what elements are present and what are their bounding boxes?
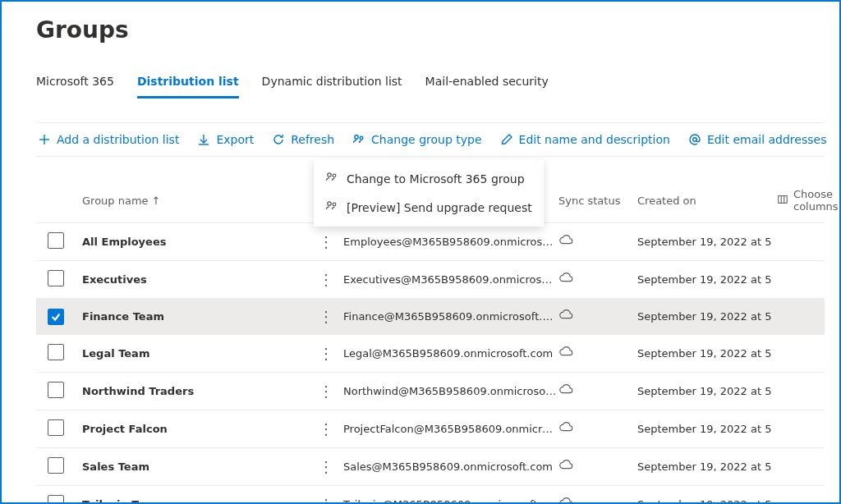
group-email-cell: Northwind@M365B958609.onmicrosoft.com: [343, 385, 558, 397]
group-name-cell[interactable]: Project Falcon: [82, 423, 319, 435]
group-name-cell[interactable]: Northwind Traders: [82, 385, 319, 397]
tab-dynamic-distribution[interactable]: Dynamic distribution list: [262, 70, 402, 99]
row-checkbox[interactable]: [48, 309, 64, 325]
group-email-cell: Sales@M365B958609.onmicrosoft.com: [343, 460, 558, 473]
row-more-actions-icon[interactable]: ⋮: [319, 345, 333, 362]
column-header-group-name[interactable]: Group name↑: [82, 195, 319, 207]
row-more-actions-icon[interactable]: ⋮: [319, 308, 333, 325]
sync-status-cell: [558, 271, 637, 288]
refresh-label: Refresh: [291, 133, 334, 146]
group-name-cell[interactable]: All Employees: [82, 236, 319, 248]
row-more-actions-icon[interactable]: ⋮: [319, 233, 333, 250]
svg-rect-15: [779, 195, 788, 203]
created-on-cell: September 19, 2022 at 5: [637, 385, 777, 397]
group-name-cell[interactable]: Finance Team: [82, 310, 319, 323]
edit-email-addresses-button[interactable]: Edit email addresses: [687, 130, 829, 149]
send-upgrade-request-option[interactable]: [Preview] Send upgrade request: [314, 193, 544, 222]
group-name-cell[interactable]: Tailspin Toys: [82, 498, 319, 504]
add-label: Add a distribution list: [57, 133, 179, 146]
tab-mail-enabled-security[interactable]: Mail-enabled security: [425, 70, 549, 99]
svg-point-12: [333, 174, 336, 177]
table-row[interactable]: Tailspin Toys⋮Tailspin@M365B958609.onmic…: [36, 486, 825, 504]
table-row[interactable]: Project Falcon⋮ProjectFalcon@M365B958609…: [36, 410, 825, 448]
people-swap-icon: [352, 133, 365, 146]
sync-status-cell: [558, 496, 637, 504]
export-button[interactable]: Export: [195, 130, 255, 149]
group-email-cell: Employees@M365B958609.onmicrosoft.com: [343, 236, 558, 248]
tab-distribution-list[interactable]: Distribution list: [137, 70, 239, 99]
created-on-cell: September 19, 2022 at 5: [637, 310, 777, 323]
svg-point-4: [355, 135, 358, 139]
edit-email-label: Edit email addresses: [707, 133, 827, 146]
dropdown-opt1-label: Change to Microsoft 365 group: [347, 172, 525, 186]
row-checkbox[interactable]: [48, 232, 64, 249]
change-group-type-menu: Change to Microsoft 365 group [Preview] …: [314, 159, 544, 227]
created-on-cell: September 19, 2022 at 5: [637, 423, 777, 435]
table-row[interactable]: Finance Team⋮Finance@M365B958609.onmicro…: [36, 299, 825, 335]
row-checkbox[interactable]: [48, 457, 64, 474]
table-row[interactable]: Executives⋮Executives@M365B958609.onmicr…: [36, 261, 825, 299]
row-checkbox[interactable]: [48, 270, 64, 286]
table-row[interactable]: Legal Team⋮Legal@M365B958609.onmicrosoft…: [36, 335, 825, 373]
command-toolbar: Add a distribution list Export Refresh C…: [36, 130, 825, 149]
group-email-cell: ProjectFalcon@M365B958609.onmicrosoft.co…: [343, 423, 558, 435]
group-email-cell: Executives@M365B958609.onmicrosoft.com: [343, 273, 558, 286]
export-label: Export: [216, 133, 254, 146]
pencil-icon: [500, 133, 513, 146]
people-swap-icon: [325, 171, 338, 186]
edit-name-description-button[interactable]: Edit name and description: [499, 130, 672, 149]
created-on-cell: September 19, 2022 at 5: [637, 498, 777, 504]
row-more-actions-icon[interactable]: ⋮: [319, 383, 333, 400]
edit-name-label: Edit name and description: [519, 133, 670, 146]
group-email-cell: Legal@M365B958609.onmicrosoft.com: [343, 347, 558, 360]
choose-columns-button[interactable]: Choose columns: [777, 188, 839, 213]
row-more-actions-icon[interactable]: ⋮: [319, 496, 333, 505]
add-distribution-list-button[interactable]: Add a distribution list: [36, 130, 181, 149]
group-email-cell: Tailspin@M365B958609.onmicrosoft.com: [343, 498, 558, 504]
plus-icon: [38, 133, 51, 146]
download-icon: [197, 133, 210, 146]
svg-point-13: [328, 202, 331, 205]
row-checkbox[interactable]: [48, 344, 64, 360]
table-row[interactable]: Sales Team⋮Sales@M365B958609.onmicrosoft…: [36, 448, 825, 486]
svg-point-11: [328, 173, 331, 176]
choose-columns-label: Choose columns: [793, 188, 839, 213]
refresh-button[interactable]: Refresh: [270, 130, 336, 149]
group-email-cell: Finance@M365B958609.onmicrosoft.com: [343, 310, 558, 323]
row-checkbox[interactable]: [48, 495, 64, 504]
change-group-type-button[interactable]: Change group type: [351, 130, 483, 149]
people-swap-icon: [325, 199, 338, 215]
sync-status-cell: [558, 383, 637, 400]
col-name-label: Group name: [82, 195, 149, 207]
group-name-cell[interactable]: Executives: [82, 273, 319, 286]
at-sign-icon: [688, 133, 701, 146]
group-name-cell[interactable]: Sales Team: [82, 460, 319, 473]
table-row[interactable]: Northwind Traders⋮Northwind@M365B958609.…: [36, 373, 825, 410]
change-type-label: Change group type: [371, 133, 481, 146]
sync-status-cell: [558, 308, 637, 325]
row-more-actions-icon[interactable]: ⋮: [319, 458, 333, 475]
refresh-icon: [272, 133, 285, 146]
sync-status-cell: [558, 458, 637, 475]
created-on-cell: September 19, 2022 at 5: [637, 273, 777, 286]
column-header-sync-status[interactable]: Sync status: [558, 195, 637, 207]
row-more-actions-icon[interactable]: ⋮: [319, 271, 333, 288]
change-to-m365-option[interactable]: Change to Microsoft 365 group: [314, 164, 544, 193]
column-header-created-on[interactable]: Created on: [637, 195, 777, 207]
columns-icon: [777, 194, 788, 208]
tab-microsoft-365[interactable]: Microsoft 365: [36, 70, 114, 99]
group-name-cell[interactable]: Legal Team: [82, 347, 319, 360]
created-on-cell: September 19, 2022 at 5: [637, 347, 777, 360]
created-on-cell: September 19, 2022 at 5: [637, 236, 777, 248]
sync-status-cell: [558, 420, 637, 438]
created-on-cell: September 19, 2022 at 5: [637, 460, 777, 473]
svg-point-14: [333, 203, 336, 206]
dropdown-opt2-label: [Preview] Send upgrade request: [347, 201, 532, 214]
sync-status-cell: [558, 345, 637, 362]
table-row[interactable]: All Employees⋮Employees@M365B958609.onmi…: [36, 223, 825, 261]
page-title: Groups: [36, 16, 825, 44]
row-checkbox[interactable]: [48, 382, 64, 398]
row-checkbox[interactable]: [48, 419, 64, 436]
tabs-bar: Microsoft 365 Distribution list Dynamic …: [36, 70, 825, 99]
row-more-actions-icon[interactable]: ⋮: [319, 420, 333, 438]
